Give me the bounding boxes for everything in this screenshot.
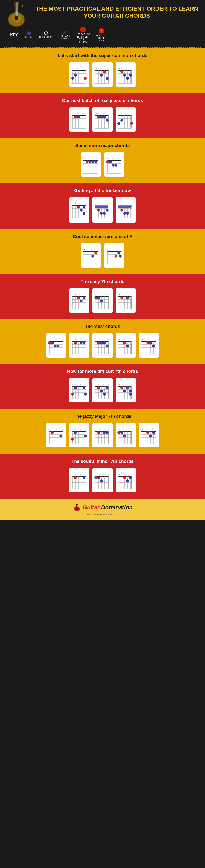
section-title-easy7: The easy 7th chords [6,279,199,284]
svg-point-398 [152,345,155,347]
section-easy7: The easy 7th chords D7 ✕ ✕ ○ ○ ○ [0,274,205,319]
chord-name-amin7: Amin7 [69,468,90,472]
svg-point-141 [92,160,94,163]
chord-diagram-dmin7: ✕ ✕ ○ ○ ○ ○ [116,473,135,492]
svg-text:○: ○ [82,383,83,385]
chord-diagram-e7: ○ ○ ○ ○ ○ [93,293,112,312]
svg-point-180 [82,212,86,215]
chord-diagram-g-rock-2: ○ ○ ○ [116,112,135,131]
svg-text:✕: ✕ [144,339,146,341]
root-note-icon [27,31,31,35]
svg-text:○: ○ [121,113,122,115]
svg-text:○: ○ [128,293,129,296]
svg-text:✕: ✕ [118,293,120,296]
chord-bm: Bm ✕ 2fr [93,197,112,223]
svg-text:○: ○ [56,339,58,341]
svg-rect-209 [118,206,132,208]
chord-name-f: F [115,197,136,202]
svg-point-496 [74,431,77,434]
svg-point-198 [106,209,109,212]
chord-name-g-rock: G"rock" [69,62,90,66]
chord-name-emin7: Emin7 [93,468,112,472]
svg-point-51 [106,77,109,80]
svg-point-179 [80,209,82,212]
svg-text:○: ○ [98,383,99,385]
chords-row-useful: Em ○ ○ ○ ○ ○ [6,107,199,132]
svg-point-534 [117,431,120,434]
chord-fadd9: Fadd9 ✕ ✕ ○ ○ [104,243,124,268]
svg-text:○: ○ [117,249,118,251]
svg-point-67 [123,74,126,76]
chords-row-difficult7: G7 ○ ○ ○ ○ ○ ○ [6,378,199,402]
svg-text:○: ○ [98,429,99,431]
chord-name-asus4: Asus4 [93,333,112,337]
chord-name-e: E [104,152,124,156]
svg-point-196 [100,212,103,215]
svg-text:○: ○ [103,473,104,475]
chord-diagram-dsus2: ✕ ✕ ○ ○ ○ [116,338,135,357]
svg-point-230 [92,255,94,257]
svg-point-435 [97,386,100,389]
svg-rect-619 [76,503,78,505]
svg-text:○: ○ [103,429,104,431]
footer: Guitar Domination www.guitardomination.n… [0,499,205,520]
svg-text:✕: ✕ [72,339,74,341]
chord-em: Em ○ ○ ○ ○ ○ [69,107,90,132]
svg-point-107 [106,119,109,122]
svg-point-266 [80,300,82,303]
svg-point-325 [57,345,60,347]
svg-point-212 [126,212,129,215]
svg-point-437 [103,393,106,396]
svg-text:○: ○ [126,68,127,70]
svg-point-536 [123,435,126,437]
open-string-icon [44,31,48,35]
svg-point-229 [94,251,97,254]
svg-point-396 [146,341,149,344]
chord-fmaj7: Fmaj7 ✕ ✕ ○ ○ ○ [81,243,101,268]
svg-text:○: ○ [131,293,132,296]
chord-name-fmaj7: Fmaj7 [81,243,101,247]
svg-text:○: ○ [154,429,155,431]
chord-a: A ✕ ○ ○ [81,152,101,177]
svg-text:○: ○ [117,158,118,160]
chord-amin7: Amin7 ✕ ○ ○ ○ ○ ○ [69,468,90,492]
footer-guitar-icon [72,503,81,512]
svg-point-495 [71,438,74,441]
svg-text:○: ○ [77,293,78,296]
svg-text:○: ○ [49,339,50,341]
svg-text:○: ○ [84,339,86,341]
chord-diagram-emaj7: ○ ○ ○ ○ ○ [116,428,135,446]
svg-point-211 [123,212,126,215]
svg-point-438 [106,386,109,389]
chord-diagram-d: ✕ ✕ ○ ○ [93,67,112,86]
section-title-jazzy: The jazzy Major 7th chords [6,414,199,419]
svg-text:✕: ✕ [118,473,120,475]
svg-text:○: ○ [124,429,125,431]
svg-point-33 [84,77,87,80]
chord-name-cmaj7: Cmaj7 [46,423,66,427]
svg-text:✕: ✕ [107,249,109,251]
svg-text:✕: ✕ [98,68,99,70]
svg-text:○: ○ [75,339,76,341]
svg-text:○: ○ [154,339,155,341]
svg-text:○: ○ [100,473,101,475]
svg-point-323 [51,341,54,344]
chord-name-c: C [115,62,136,66]
chord-diagram-fadd9: ✕ ✕ ○ ○ [105,248,124,267]
svg-point-265 [77,296,80,299]
section-useful: Our next batch of really useful chords E… [0,93,205,138]
svg-point-49 [100,74,103,76]
chord-name-gmaj7: Gmaj7 [69,423,90,427]
chord-diagram-cmaj7: ✕ ○ ○ ○ ○ ○ [47,428,65,446]
chord-diagram-a7: ✕ ○ ○ ○ ○ ○ [116,293,135,312]
svg-point-86 [74,115,77,118]
chord-name-dmin7: Dmin7 [115,468,136,472]
svg-text:✕: ✕ [118,383,120,385]
svg-text:○: ○ [72,429,73,431]
svg-text:○: ○ [86,158,87,160]
chord-c7: C7 ✕ ○ ○ ○ [93,378,112,402]
svg-text:○: ○ [126,293,127,296]
svg-text:✕: ✕ [72,203,74,205]
svg-text:○: ○ [146,339,147,341]
svg-text:○: ○ [84,293,86,296]
